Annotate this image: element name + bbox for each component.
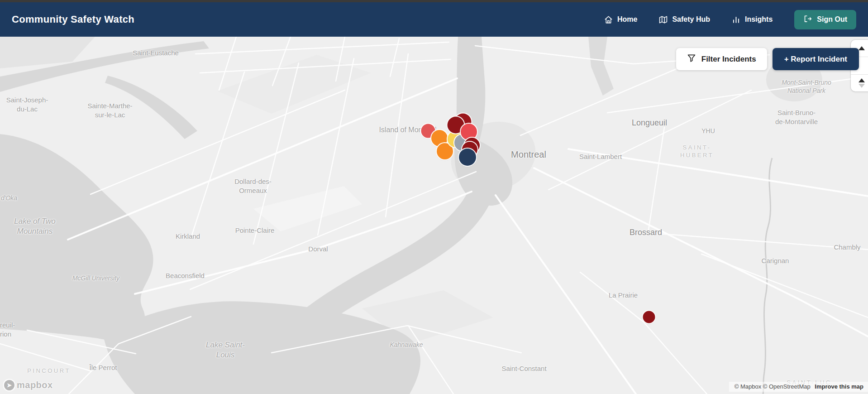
- map-label: La Prairie: [609, 291, 638, 300]
- mapbox-icon: ➤: [4, 380, 14, 390]
- mapbox-logo[interactable]: ➤ mapbox: [4, 380, 53, 390]
- map-label: YHU: [701, 127, 715, 135]
- nav-label: Insights: [745, 15, 773, 24]
- map-label: PINCOURT: [27, 367, 71, 375]
- main-nav: Home Safety Hub Insights Sign Out: [604, 10, 856, 29]
- map[interactable]: Saint-EustacheSaint-Joseph-du-LacSainte-…: [0, 37, 868, 394]
- map-label: McGill University: [72, 274, 119, 282]
- nav-item-insights[interactable]: Insights: [732, 15, 773, 24]
- nav-label: Safety Hub: [672, 15, 710, 24]
- filter-incidents-button[interactable]: Filter Incidents: [676, 48, 767, 70]
- map-label: d'Oka: [1, 194, 17, 202]
- map-label: Mont-Saint-BrunoNational Park: [782, 78, 831, 95]
- funnel-icon: [687, 53, 696, 65]
- map-label: Montreal: [511, 149, 546, 160]
- map-label: Brossard: [630, 227, 662, 238]
- map-label: Saint-Joseph-du-Lac: [6, 96, 48, 113]
- nav-item-home[interactable]: Home: [604, 15, 637, 24]
- map-label: Saint-Eustache: [133, 48, 179, 58]
- app-header: Community Safety Watch Home Safety Hub I…: [0, 2, 868, 37]
- map-label: Sainte-Marthe-sur-le-Lac: [87, 101, 132, 119]
- map-icon: [659, 15, 668, 24]
- attr-osm: © OpenStreetMap: [763, 383, 811, 390]
- map-label: Île Perrot: [90, 363, 117, 372]
- map-label: Carignan: [762, 256, 789, 265]
- map-canvas: [0, 37, 868, 394]
- map-label: Dollard-des-Ormeaux: [234, 177, 272, 195]
- bar-chart-icon: [732, 15, 740, 24]
- map-label: Longueuil: [632, 118, 667, 128]
- map-label: Chambly: [834, 243, 860, 252]
- map-label: Kahnawake: [390, 341, 423, 349]
- map-label: reuil-: [0, 321, 15, 330]
- improve-map-link[interactable]: Improve this map: [815, 383, 863, 390]
- report-incident-button[interactable]: + Report Incident: [773, 48, 859, 70]
- incident-marker[interactable]: [461, 124, 477, 140]
- map-attribution: © Mapbox © OpenStreetMap Improve this ma…: [729, 382, 868, 392]
- map-label: Lake of TwoMountains: [14, 216, 55, 236]
- step-up-icon: [858, 78, 865, 82]
- home-icon: [604, 15, 613, 24]
- map-label: rion: [0, 330, 11, 339]
- map-toolbar: Filter Incidents + Report Incident: [676, 48, 859, 70]
- map-label: Saint-Constant: [501, 364, 546, 373]
- map-label: Dorval: [308, 245, 328, 254]
- map-label: Lake Saint-Louis: [206, 340, 245, 360]
- map-label: Pointe-Claire: [235, 226, 275, 235]
- zoom-stepper[interactable]: [851, 75, 868, 91]
- attr-mapbox: © Mapbox: [734, 383, 761, 390]
- map-label: SAINT-HUBERT: [680, 144, 714, 159]
- nav-label: Home: [617, 15, 637, 24]
- map-label: Saint-Lambert: [579, 152, 622, 161]
- map-label: Kirkland: [176, 232, 200, 241]
- sign-out-button[interactable]: Sign Out: [794, 10, 856, 29]
- app-title: Community Safety Watch: [12, 14, 134, 25]
- incident-marker[interactable]: [459, 149, 476, 166]
- map-label: Beaconsfield: [166, 271, 205, 280]
- sign-out-icon: [803, 14, 812, 25]
- step-down-icon: [858, 84, 865, 88]
- nav-item-safety-hub[interactable]: Safety Hub: [659, 15, 710, 24]
- incident-marker[interactable]: [643, 311, 655, 323]
- map-label: Saint-Bruno-de-Montarville: [775, 108, 818, 126]
